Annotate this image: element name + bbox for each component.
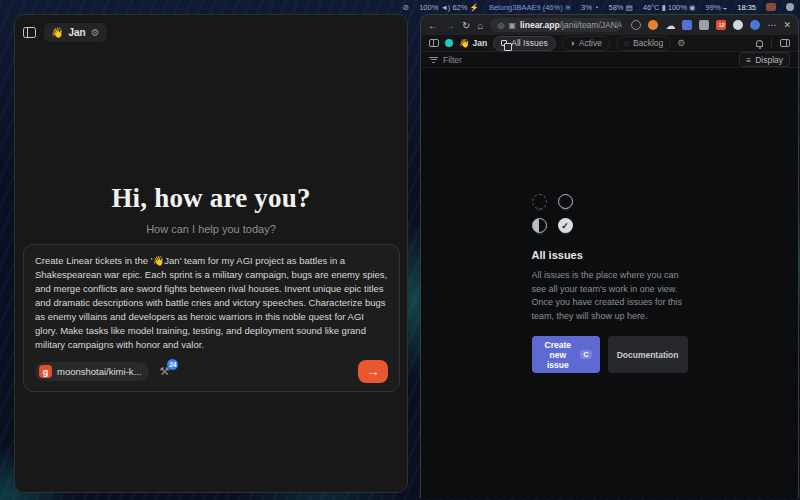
thread-tab-label: Jan [68,27,85,38]
sidebar-toggle-icon[interactable] [23,27,36,38]
empty-state: ✓ All issues All issues is the place whe… [532,194,688,373]
backlog-status-icon: ◌ [624,38,629,48]
extension-icon-red-badge[interactable]: 12 [716,20,726,30]
volume-status: 100% ◄) 62% ⚡ [419,3,479,12]
browser-window: ← → ↻ ⌂ ◎ ▣ linear.app/janii/team/JANAPP… [420,14,799,499]
filter-button[interactable]: Filter [443,55,462,65]
all-issues-icon [501,40,507,46]
tab-all-issues-label: All Issues [511,38,547,48]
backlog-coin-icon [532,194,547,209]
empty-state-actions: Create new issue C Documentation [532,336,688,373]
back-button[interactable]: ← [428,20,438,31]
prompt-input-text[interactable]: Create Linear tickets in the '👋Jan' team… [35,254,388,352]
send-button[interactable]: → [358,360,388,383]
send-arrow-icon: → [367,364,380,379]
team-label: Jan [473,38,488,48]
extension-icon-orange[interactable] [648,20,658,30]
linear-header: 👋 Jan All Issues ◑ Active ◌ Backlog ⚙ [421,35,798,52]
extension-icon-cloud[interactable]: ☁ [665,20,675,30]
linear-header-right [756,38,790,48]
linear-sidebar-toggle-icon[interactable] [429,39,439,47]
battery-status: 99% ◒ [706,3,728,12]
linear-app: 👋 Jan All Issues ◑ Active ◌ Backlog ⚙ [421,35,798,499]
composer-toolbar: g moonshotai/kimi-k... ⚒ 24 → [35,360,388,383]
team-name: 👋 Jan [459,38,487,48]
view-settings-gear-icon[interactable]: ⚙ [677,38,685,48]
site-shield-icon[interactable]: ▣ [508,21,516,30]
chat-composer[interactable]: Create Linear tickets in the '👋Jan' team… [23,244,400,392]
url-host: linear.app [520,20,560,30]
filter-funnel-icon [429,57,438,63]
clock: 18:35 [737,3,756,12]
workspace-avatar[interactable] [445,39,453,47]
tray-screenshot-icon[interactable] [766,3,776,11]
forward-button[interactable]: → [445,20,455,31]
status-icons-grid: ✓ [532,194,688,233]
model-selector[interactable]: g moonshotai/kimi-k... [35,362,149,381]
filter-bar: Filter ≡ Display [421,52,798,68]
cpu-status: 3% ◔ [581,3,598,12]
tab-active[interactable]: ◑ Active [562,36,610,51]
greeting-subtitle: How can I help you today? [15,223,407,235]
model-provider-icon: g [39,365,52,378]
wave-emoji-icon: 👋 [51,27,63,38]
create-new-issue-button[interactable]: Create new issue C [532,336,600,373]
extension-icon-blue[interactable] [750,20,760,30]
documentation-button[interactable]: Documentation [608,336,688,373]
create-new-issue-label: Create new issue [540,340,577,370]
jan-app-window: 👋 Jan ⚙ Hi, how are you? How can I help … [14,14,408,493]
extension-icon-photo[interactable] [699,20,709,30]
model-name-label: moonshotai/kimi-k... [57,366,141,377]
address-bar[interactable]: ◎ ▣ linear.app/janii/team/JANAPP/all ▤ ◨ [490,18,622,32]
url-path: /janii/team/JANAPP/all [560,20,623,30]
extension-icon-blue-flag[interactable] [682,20,692,30]
tray-app-icon[interactable] [786,3,794,11]
todo-coin-icon [558,194,573,209]
active-status-icon: ◑ [570,38,575,48]
toolbar-overflow-icon[interactable]: ⋯ [767,20,776,30]
extension-icon-ring[interactable] [631,20,641,30]
empty-state-title: All issues [532,249,688,261]
extensions-row: ☁ 12 ⋯ ✕ [631,20,791,30]
desktop-wallpaper: ⊘ 100% ◄) 62% ⚡ Belong3BAAE9 (46%) ≋ 3% … [0,0,800,500]
tools-count-badge: 24 [167,359,178,370]
linear-content: ✓ All issues All issues is the place whe… [421,68,798,499]
tab-all-issues[interactable]: All Issues [493,36,555,51]
empty-state-description: All issues is the place where you can se… [532,269,688,323]
wifi-status: Belong3BAAE9 (46%) ≋ [489,3,571,12]
display-button[interactable]: ≡ Display [739,52,790,67]
greeting-title: Hi, how are you? [15,183,407,214]
tab-backlog[interactable]: ◌ Backlog [616,36,671,51]
toolbar-close-icon[interactable]: ✕ [783,20,791,30]
jan-thread-tab[interactable]: 👋 Jan ⚙ [44,23,107,42]
right-panel-toggle-icon[interactable] [780,39,790,47]
team-wave-emoji-icon: 👋 [459,38,470,48]
memory-status: 58% ▤ [609,3,633,12]
notifications-bell-icon[interactable] [756,40,763,47]
temperature-status: 46°C ▮ 100% ◉ [643,3,696,12]
in-progress-coin-icon [532,218,547,233]
jan-header: 👋 Jan ⚙ [15,15,407,42]
greeting-block: Hi, how are you? How can I help you toda… [15,183,407,235]
system-status-bar: ⊘ 100% ◄) 62% ⚡ Belong3BAAE9 (46%) ≋ 3% … [0,0,800,14]
thread-settings-gear-icon[interactable]: ⚙ [91,27,100,38]
done-coin-icon: ✓ [558,218,573,233]
profile-icon[interactable]: ◎ [497,21,504,30]
home-button[interactable]: ⌂ [477,20,483,31]
display-button-label: Display [755,55,783,65]
extension-icon-lightblue[interactable] [733,20,743,30]
reload-button[interactable]: ↻ [462,20,470,31]
shortcut-key-badge: C [580,350,591,359]
tab-active-label: Active [579,38,602,48]
tools-button[interactable]: ⚒ 24 [159,365,169,378]
header-divider [771,38,772,48]
dnd-icon: ⊘ [403,3,409,12]
display-sliders-icon: ≡ [746,55,751,65]
browser-toolbar: ← → ↻ ⌂ ◎ ▣ linear.app/janii/team/JANAPP… [421,15,798,35]
tab-backlog-label: Backlog [633,38,663,48]
